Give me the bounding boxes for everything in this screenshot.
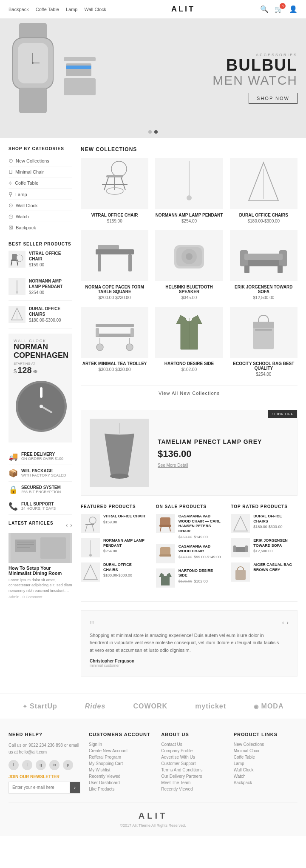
hero-dot-2[interactable]	[154, 130, 158, 134]
svg-rect-28	[17, 542, 34, 542]
svg-line-80	[170, 527, 170, 531]
hero-watch-svg	[0, 19, 128, 138]
footer-backpack[interactable]: Backpack	[234, 780, 298, 785]
footer-wall-clock[interactable]: Wall Clock	[234, 768, 298, 772]
social-google[interactable]: g	[36, 760, 46, 770]
footer-customer-support[interactable]: Customer Support	[161, 761, 225, 766]
social-pinterest[interactable]: p	[63, 760, 73, 770]
sidebar-item-minimal-chair[interactable]: ⊔Minimal Chair	[8, 166, 72, 177]
sidebar-item-backpack[interactable]: ⊠Backpack	[8, 222, 72, 233]
package-icon: 📦	[8, 468, 18, 478]
service-delivery: 🚚 FREE DELIVERY ON ORDER OVER $100	[8, 448, 72, 465]
nav-lamp[interactable]: Lamp	[66, 7, 78, 12]
best-seller-chair-img	[8, 251, 26, 268]
svg-marker-76	[84, 565, 97, 580]
svg-rect-54	[244, 266, 249, 273]
footer-dashboard[interactable]: User Dashboard	[89, 780, 153, 785]
footer-delivery[interactable]: Our Delivery Partners	[161, 774, 225, 779]
footer-referral[interactable]: Refferal Program	[89, 755, 153, 760]
nav-wall-clock[interactable]: Wall Clock	[84, 7, 106, 12]
promo-name1: NORMAN	[14, 343, 67, 351]
footer-lamp[interactable]: Lamp	[234, 761, 298, 766]
sidebar-item-wall-clock[interactable]: ⊙Wall Clock	[8, 200, 72, 211]
sidebar-item-lamp[interactable]: ⚲Lamp	[8, 189, 72, 200]
top-rated-1-price: $180.00-$300.00	[253, 525, 298, 529]
footer-watch[interactable]: Watch	[234, 774, 298, 779]
footer-contact[interactable]: Contact Us	[161, 742, 225, 747]
footer-terms[interactable]: Terms And Conditions	[161, 768, 225, 772]
helsinki-speaker-svg	[170, 232, 208, 279]
sale-item-1-info: CASAMANIA VAD WOOD CHAIR — CARL HANSEN P…	[178, 514, 223, 539]
articles-prev-arrow[interactable]: ‹	[66, 522, 68, 528]
footer-customers-title: Customers Account	[89, 732, 153, 737]
footer-minimal-chair[interactable]: Minimal Chair	[234, 748, 298, 753]
sidebar-item-coffe-table[interactable]: ⟡Coffe Table	[8, 177, 72, 189]
footer-new-collections[interactable]: New Collections	[234, 742, 298, 747]
footer-create-account[interactable]: Create New Account	[89, 748, 153, 753]
best-seller-chairs-price: $180.00-$300.00	[29, 318, 72, 323]
top-rated-3-name: AIGER CASUAL BAG BROWN GREY	[253, 562, 298, 572]
footer-company[interactable]: Company Profile	[161, 748, 225, 753]
sale-item-2-img	[156, 544, 175, 563]
best-seller-lamp-img	[8, 278, 26, 295]
cart-icon[interactable]: 🛒0	[275, 5, 283, 13]
service-support: 📞 FULL SUPPORT 24 HOURS, 7 DAYS	[8, 498, 72, 515]
footer-about-col: About Us Contact Us Company Profile Adve…	[161, 732, 225, 794]
svg-rect-42	[96, 249, 134, 254]
footer-shopping-cart[interactable]: My Shopping Cart	[89, 761, 153, 766]
svg-rect-26	[15, 540, 36, 552]
dural-chairs-img	[230, 158, 298, 209]
banner-link[interactable]: See More Detail	[158, 463, 262, 468]
footer-wishlist[interactable]: My Wishlist	[89, 768, 153, 772]
featured-dural-price: $180.00-$300.00	[103, 573, 147, 577]
social-linkedin[interactable]: in	[49, 760, 60, 770]
footer-sign-in[interactable]: Sign In	[89, 742, 153, 747]
svg-rect-6	[19, 88, 47, 113]
newsletter-submit-button[interactable]: ›	[70, 782, 80, 793]
svg-rect-10	[64, 78, 96, 95]
shop-now-button[interactable]: SHOP NOW	[249, 93, 298, 104]
footer-recently[interactable]: Recently Viewed	[161, 787, 225, 791]
sale-item-2-info: CASAMANIA VAD WOOD CHAIR $149.00 $99.00-…	[178, 544, 223, 559]
coffe-table-icon: ⟡	[8, 180, 12, 186]
sale-item-1: CASAMANIA VAD WOOD CHAIR — CARL HANSEN P…	[156, 514, 223, 539]
hero-text: ACCESSORIES BULBUL MEN WATCH SHOP NOW	[212, 53, 298, 104]
social-facebook[interactable]: f	[8, 760, 19, 770]
nav-coffe-table[interactable]: Coffe Table	[36, 7, 59, 12]
user-icon[interactable]: 👤	[289, 5, 298, 13]
sidebar-item-new-collections[interactable]: ⊙New Collections	[8, 155, 72, 166]
footer-coffe-table[interactable]: Coffe Table	[234, 755, 298, 760]
new-collections-icon: ⊙	[8, 157, 13, 164]
footer-like-products[interactable]: Like Products	[89, 787, 153, 791]
svg-rect-86	[245, 545, 248, 552]
wall-clock-promo: WALL CLOCK NORMAN COPENHAGEN STARTING AT…	[8, 334, 72, 443]
sidebar-item-watch[interactable]: ◷Watch	[8, 211, 72, 222]
product-erik-sofa: ERIK JORGENSEN TOWARD SOFA $12,500.00	[230, 230, 298, 300]
top-rated-1: DURAL OFFICE CHAIRS $180.00-$300.00	[231, 514, 298, 533]
footer-bottom: ALIT ©2017 Alit Theme All Rights Reserve…	[8, 802, 298, 828]
norma-table-name: NORMA COPE PAGEN FORM TABLE SQUARE	[81, 285, 148, 294]
articles-next-arrow[interactable]: ›	[70, 522, 72, 528]
top-rated-3-info: AIGER CASUAL BAG BROWN GREY	[253, 562, 298, 573]
search-icon[interactable]: 🔍	[260, 5, 269, 13]
featured-dural: DURAL OFFICE CHAIRS $180.00-$300.00	[81, 562, 147, 582]
sale-item-1-name: CASAMANIA VAD WOOD CHAIR — CARL HANSEN P…	[178, 514, 223, 534]
article-image	[8, 533, 72, 563]
newsletter-input[interactable]	[9, 782, 70, 793]
testimonial-next-arrow[interactable]: ›	[286, 619, 289, 626]
quote-mark: "	[90, 619, 282, 632]
footer-team[interactable]: Meet The Team	[161, 780, 225, 785]
sale-item-1-img	[156, 514, 175, 533]
nav-backpack[interactable]: Backpack	[8, 7, 29, 12]
svg-rect-85	[233, 545, 236, 552]
product-vitral-chair: VITRAL OFFICE CHAIR $159.00	[81, 158, 148, 223]
vitral-chair-name: VITRAL OFFICE CHAIR	[81, 213, 148, 217]
social-twitter[interactable]: t	[22, 760, 32, 770]
view-all-button[interactable]: View All New Collections	[81, 385, 298, 401]
footer-advertise[interactable]: Advertise With Us	[161, 755, 225, 760]
testimonial-prev-arrow[interactable]: ‹	[282, 619, 284, 626]
hero-dot-1[interactable]	[148, 130, 152, 134]
best-seller-chair-info: VITRAL OFFICE CHAIR $159.00	[29, 251, 72, 268]
product-hartono: HARTONO DESIRE SIDE $102.00	[155, 307, 223, 377]
footer-recently-viewed[interactable]: Recently Viewed	[89, 774, 153, 779]
